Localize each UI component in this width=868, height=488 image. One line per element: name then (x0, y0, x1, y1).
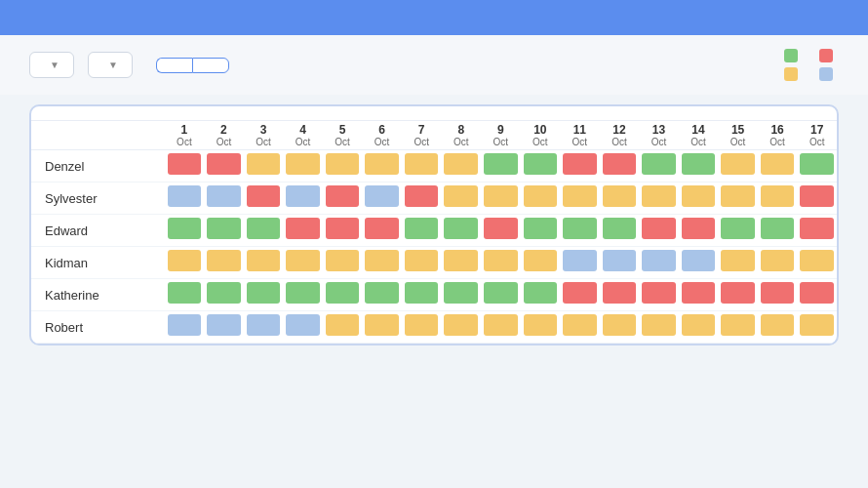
cell-0-16 (797, 150, 837, 183)
cell-4-0 (165, 279, 205, 311)
cell-block-booked (484, 314, 518, 336)
cell-block-available (484, 282, 518, 304)
cell-4-13 (679, 279, 719, 311)
cell-block-vacation (642, 250, 676, 271)
cell-block-vacation (207, 314, 241, 336)
cell-block-available (444, 218, 478, 239)
cell-4-16 (797, 279, 837, 311)
cell-block-available (207, 218, 241, 239)
table-row: Sylvester (31, 183, 837, 215)
cell-block-booked (524, 250, 558, 271)
cell-4-1 (204, 279, 244, 311)
cell-4-3 (283, 279, 323, 311)
cell-2-3 (283, 215, 323, 247)
cell-0-11 (600, 150, 640, 183)
cell-block-overloaded (603, 153, 637, 175)
cell-block-booked (682, 314, 716, 336)
cell-block-overloaded (563, 282, 597, 304)
cell-2-0 (165, 215, 205, 247)
cell-0-2 (244, 150, 284, 183)
cell-1-15 (758, 183, 798, 215)
cell-block-booked (286, 250, 320, 271)
name-col-spacer (31, 121, 165, 150)
date-col-6: 6Oct (362, 121, 402, 150)
cell-block-overloaded (168, 153, 202, 175)
cell-block-booked (721, 314, 755, 336)
cell-block-available (168, 218, 202, 239)
cell-block-booked (286, 153, 320, 175)
cell-block-vacation (247, 314, 281, 336)
date-number-row: 1Oct2Oct3Oct4Oct5Oct6Oct7Oct8Oct9Oct10Oc… (31, 121, 837, 150)
date-col-3: 3Oct (244, 121, 284, 150)
cell-5-4 (323, 311, 363, 344)
legend-overloaded (819, 49, 839, 62)
cell-3-16 (797, 247, 837, 279)
cell-block-booked (405, 153, 439, 175)
cell-block-overloaded (800, 185, 834, 207)
cell-2-10 (560, 215, 600, 247)
cell-3-5 (362, 247, 402, 279)
cell-block-booked (326, 314, 360, 336)
legend (784, 49, 839, 81)
cell-0-7 (441, 150, 481, 183)
cell-4-14 (718, 279, 758, 311)
cell-block-booked (563, 185, 597, 207)
user-filter-dropdown[interactable]: ▼ (88, 52, 133, 78)
cell-1-4 (323, 183, 363, 215)
cell-block-booked (444, 185, 478, 207)
cell-block-booked (524, 185, 558, 207)
cell-block-available (603, 218, 637, 239)
cell-1-16 (797, 183, 837, 215)
cell-0-3 (283, 150, 323, 183)
date-col-2: 2Oct (204, 121, 244, 150)
table-row: Edward (31, 215, 837, 247)
cell-2-16 (797, 215, 837, 247)
cell-block-booked (365, 314, 399, 336)
cell-0-5 (362, 150, 402, 183)
cell-1-11 (600, 183, 640, 215)
cell-block-available (247, 282, 281, 304)
resource-col-header (31, 106, 165, 121)
cell-3-8 (481, 247, 521, 279)
cell-block-available (247, 218, 281, 239)
cell-block-booked (365, 250, 399, 271)
date-col-9: 9Oct (481, 121, 521, 150)
cell-5-10 (560, 311, 600, 344)
cell-3-15 (758, 247, 798, 279)
cell-1-9 (521, 183, 561, 215)
cell-1-0 (165, 183, 205, 215)
cell-block-booked (168, 250, 202, 271)
cell-block-booked (721, 250, 755, 271)
cell-2-11 (600, 215, 640, 247)
cell-block-available (524, 282, 558, 304)
availability-grid: 1Oct2Oct3Oct4Oct5Oct6Oct7Oct8Oct9Oct10Oc… (29, 104, 839, 346)
cell-0-13 (679, 150, 719, 183)
date-col-17: 17Oct (797, 121, 837, 150)
cell-block-booked (484, 250, 518, 271)
cell-1-6 (402, 183, 442, 215)
cell-block-overloaded (286, 218, 320, 239)
cell-block-available (484, 153, 518, 175)
pre-button[interactable] (156, 58, 192, 73)
cell-block-booked (326, 153, 360, 175)
cell-2-13 (679, 215, 719, 247)
cell-4-15 (758, 279, 798, 311)
cell-block-booked (484, 185, 518, 207)
date-col-7: 7Oct (402, 121, 442, 150)
date-col-16: 16Oct (758, 121, 798, 150)
date-col-5: 5Oct (323, 121, 363, 150)
cell-block-booked (405, 250, 439, 271)
cell-0-4 (323, 150, 363, 183)
cell-block-available (524, 153, 558, 175)
cell-block-vacation (168, 185, 202, 207)
project-filter-dropdown[interactable]: ▼ (29, 52, 74, 78)
cell-2-12 (639, 215, 679, 247)
cell-block-overloaded (721, 282, 755, 304)
cell-block-booked (682, 185, 716, 207)
cell-0-9 (521, 150, 561, 183)
nav-button-group (156, 58, 229, 73)
next-button[interactable] (192, 58, 229, 73)
cell-block-booked (326, 250, 360, 271)
cell-2-4 (323, 215, 363, 247)
cell-block-vacation (286, 314, 320, 336)
